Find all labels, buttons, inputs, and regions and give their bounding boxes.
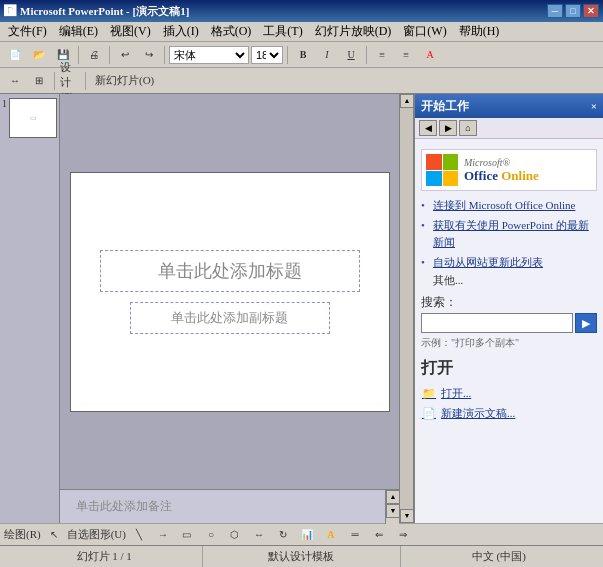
menu-view[interactable]: 视图(V) xyxy=(104,22,157,41)
main-scrollbar[interactable]: ▲ ▼ xyxy=(399,94,413,523)
font-selector[interactable]: 宋体 xyxy=(169,46,249,64)
new-presentation-link[interactable]: 📄 新建演示文稿... xyxy=(421,403,597,423)
underline-button[interactable]: U xyxy=(340,45,362,65)
ms-sq-yellow xyxy=(443,171,459,187)
sep3 xyxy=(164,46,165,64)
draw-btn1[interactable]: ╲ xyxy=(128,525,150,545)
menu-edit[interactable]: 编辑(E) xyxy=(53,22,104,41)
draw-btn3[interactable]: ▭ xyxy=(176,525,198,545)
draw-fontcolor[interactable]: A xyxy=(320,525,342,545)
nav-home-button[interactable]: ⌂ xyxy=(459,120,477,136)
search-button[interactable]: ▶ xyxy=(575,313,597,333)
draw-btn4[interactable]: ○ xyxy=(200,525,222,545)
slide-canvas-area: 单击此处添加标题 单击此处添加副标题 xyxy=(60,94,399,489)
draw-btn7[interactable]: ↻ xyxy=(272,525,294,545)
menu-help[interactable]: 帮助(H) xyxy=(453,22,506,41)
close-button[interactable]: ✕ xyxy=(583,4,599,18)
print-button[interactable]: 🖨 xyxy=(83,45,105,65)
subtitle-placeholder[interactable]: 单击此处添加副标题 xyxy=(130,302,330,334)
search-example: 示例："打印多个副本" xyxy=(421,336,597,350)
menu-window[interactable]: 窗口(W) xyxy=(397,22,452,41)
menu-bar: 文件(F) 编辑(E) 视图(V) 插入(I) 格式(O) 工具(T) 幻灯片放… xyxy=(0,22,603,42)
minimize-button[interactable]: ─ xyxy=(547,4,563,18)
slide-thumbnail[interactable]: ▭ xyxy=(9,98,57,138)
new-slide-button[interactable]: 新幻灯片(O) xyxy=(90,71,159,91)
panel-nav: ◀ ▶ ⌂ xyxy=(415,118,603,139)
sep4 xyxy=(287,46,288,64)
window-title: Microsoft PowerPoint - [演示文稿1] xyxy=(20,4,189,19)
draw-btn2[interactable]: → xyxy=(152,525,174,545)
tb2-btn2[interactable]: ⊞ xyxy=(28,71,50,91)
autoshape-label: 自选图形(U) xyxy=(67,527,126,542)
notes-placeholder[interactable]: 单击此处添加备注 xyxy=(68,491,377,523)
status-lang: 中文 (中国) xyxy=(401,546,597,567)
panel-close-button[interactable]: × xyxy=(591,100,597,112)
link-more[interactable]: 其他... xyxy=(421,273,597,288)
bold-button[interactable]: B xyxy=(292,45,314,65)
slide-number: 1 xyxy=(2,98,7,109)
notes-scrollbar[interactable]: ▲ ▼ xyxy=(385,490,399,524)
title-placeholder[interactable]: 单击此处添加标题 xyxy=(100,250,360,292)
link-auto-update[interactable]: 自动从网站更新此列表 xyxy=(421,254,597,272)
office-online-text: Microsoft® Office Online xyxy=(464,157,539,184)
scroll-up[interactable]: ▲ xyxy=(386,490,400,504)
nav-back-button[interactable]: ◀ xyxy=(419,120,437,136)
undo-button[interactable]: ↩ xyxy=(114,45,136,65)
menu-slideshow[interactable]: 幻灯片放映(D) xyxy=(309,22,398,41)
font-size-selector[interactable]: 18 xyxy=(251,46,283,64)
menu-tools[interactable]: 工具(T) xyxy=(257,22,308,41)
design-button[interactable]: 设计(S) xyxy=(59,71,81,91)
search-input[interactable] xyxy=(421,313,573,333)
font-color-button[interactable]: A xyxy=(419,45,441,65)
menu-file[interactable]: 文件(F) xyxy=(2,22,53,41)
draw-align2[interactable]: ⇒ xyxy=(392,525,414,545)
italic-button[interactable]: I xyxy=(316,45,338,65)
scroll-track-main xyxy=(400,108,413,509)
scroll-down[interactable]: ▼ xyxy=(386,504,400,518)
align-center-button[interactable]: ≡ xyxy=(395,45,417,65)
main-area: 1 ▭ 单击此处添加标题 单击此处添加副标题 单击此处添加备注 ▲ ▼ ▲ xyxy=(0,94,603,523)
tb2-btn1[interactable]: ↔ xyxy=(4,71,26,91)
new-button[interactable]: 📄 xyxy=(4,45,26,65)
status-slide-info: 幻灯片 1 / 1 xyxy=(6,546,203,567)
link-powerpoint-news[interactable]: 获取有关使用 PowerPoint 的最新新闻 xyxy=(421,217,597,252)
title-bar: 🅿 Microsoft PowerPoint - [演示文稿1] ─ □ ✕ xyxy=(0,0,603,22)
scroll-down-main[interactable]: ▼ xyxy=(400,509,414,523)
bottom-draw-toolbar: 绘图(R) ↖ 自选图形(U) ╲ → ▭ ○ ⬡ ↔ ↻ 📊 A ═ ⇐ ⇒ xyxy=(0,523,603,545)
right-panel: 开始工作 × ◀ ▶ ⌂ Microsoft® xyxy=(413,94,603,523)
search-row: ▶ xyxy=(421,313,597,333)
slide-canvas: 单击此处添加标题 单击此处添加副标题 xyxy=(70,172,390,412)
sep6 xyxy=(54,72,55,90)
office-online-logo: Microsoft® Office Online xyxy=(421,149,597,191)
align-left-button[interactable]: ≡ xyxy=(371,45,393,65)
notes-row: 单击此处添加备注 ▲ ▼ xyxy=(60,489,399,523)
menu-insert[interactable]: 插入(I) xyxy=(157,22,205,41)
draw-cursor[interactable]: ↖ xyxy=(43,525,65,545)
ms-sq-green xyxy=(443,154,459,170)
menu-format[interactable]: 格式(O) xyxy=(205,22,258,41)
open-file-link[interactable]: 📁 打开... xyxy=(421,383,597,403)
scroll-up-main[interactable]: ▲ xyxy=(400,94,414,108)
document-icon: 📄 xyxy=(421,405,437,421)
nav-forward-button[interactable]: ▶ xyxy=(439,120,457,136)
status-template: 默认设计模板 xyxy=(203,546,400,567)
maximize-button[interactable]: □ xyxy=(565,4,581,18)
toolbar-2: ↔ ⊞ 设计(S) 新幻灯片(O) xyxy=(0,68,603,94)
sep2 xyxy=(109,46,110,64)
panel-header: 开始工作 × xyxy=(415,94,603,118)
draw-btn5[interactable]: ⬡ xyxy=(224,525,246,545)
search-label: 搜索： xyxy=(421,294,597,311)
draw-btn8[interactable]: 📊 xyxy=(296,525,318,545)
draw-btn6[interactable]: ↔ xyxy=(248,525,270,545)
sep7 xyxy=(85,72,86,90)
open-button[interactable]: 📂 xyxy=(28,45,50,65)
draw-linecolor[interactable]: ═ xyxy=(344,525,366,545)
microsoft-logo xyxy=(426,154,458,186)
panel-title: 开始工作 xyxy=(421,98,469,115)
redo-button[interactable]: ↪ xyxy=(138,45,160,65)
link-connect-office[interactable]: 连接到 Microsoft Office Online xyxy=(421,197,597,215)
ms-sq-red xyxy=(426,154,442,170)
draw-align1[interactable]: ⇐ xyxy=(368,525,390,545)
panel-content: Microsoft® Office Online 连接到 Microsoft O… xyxy=(415,139,603,523)
folder-icon: 📁 xyxy=(421,385,437,401)
